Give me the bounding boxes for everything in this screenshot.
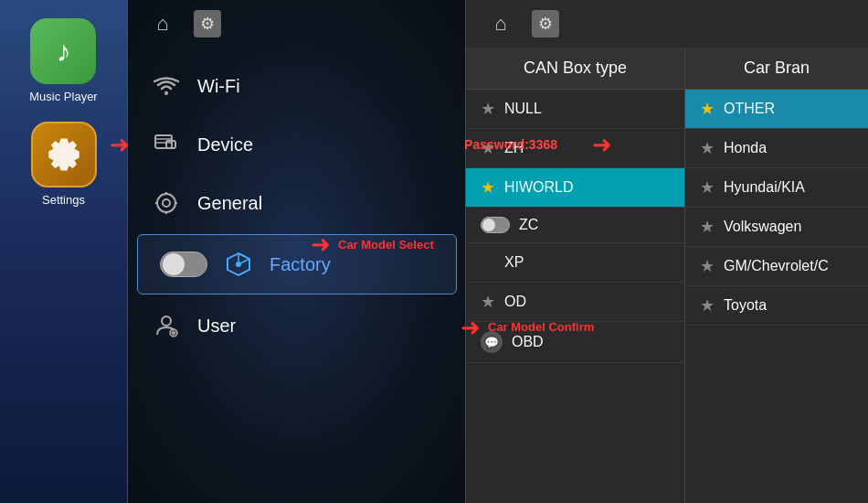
music-player-label: Music Player	[29, 90, 97, 103]
star-toyota: ★	[700, 295, 715, 316]
music-player-icon-box: ♪	[30, 18, 96, 84]
star-other: ★	[700, 99, 715, 119]
menu-item-wifi[interactable]: Wi-Fi	[128, 57, 466, 115]
volkswagen-label: Volkswagen	[724, 219, 801, 235]
right-home-icon: ⌂	[494, 12, 506, 36]
center-divider	[465, 0, 466, 503]
star-hiworld: ★	[481, 177, 495, 198]
menu-general-label: General	[197, 193, 262, 214]
canbox-item-null[interactable]: ★ NULL	[466, 90, 684, 129]
star-hyundai: ★	[700, 177, 715, 198]
star-od: ★	[481, 292, 495, 312]
star-honda: ★	[700, 138, 715, 158]
canbox-item-zc[interactable]: ZC	[466, 208, 684, 243]
brand-toyota[interactable]: ★ Toyota	[685, 286, 868, 326]
settings-gear-icon	[44, 134, 84, 175]
svg-point-5	[157, 194, 175, 212]
hyundai-label: Hyundai/KIA	[724, 179, 805, 196]
home-button[interactable]: ⌂	[146, 7, 179, 40]
menu-wifi-label: Wi-Fi	[197, 76, 240, 97]
menu-item-user[interactable]: User	[128, 296, 466, 355]
device-arrow2: ➜	[592, 131, 612, 159]
right-settings-button[interactable]: ⚙	[532, 10, 559, 37]
brand-hyundai[interactable]: ★ Hyundai/KIA	[685, 168, 868, 208]
settings-menu: Wi-Fi ➜ Device Password:3368 ➜	[128, 48, 466, 503]
device-arrow: ➜	[110, 131, 130, 159]
carbrand-header: Car Bran	[685, 48, 868, 90]
star-gm: ★	[700, 256, 715, 276]
obd-label: OBD	[512, 334, 544, 350]
hiworld-label: HIWORLD	[504, 179, 574, 196]
star-xp: ★	[481, 252, 495, 273]
canbox-header: CAN Box type	[466, 48, 684, 90]
right-panel: ⌂ ⚙ CAN Box type ★ NULL ★ ZH ★	[466, 0, 868, 503]
settings-app[interactable]: Settings	[31, 122, 97, 207]
toyota-label: Toyota	[724, 297, 767, 314]
settings-label: Settings	[42, 193, 85, 207]
device-icon	[150, 128, 183, 161]
zc-toggle[interactable]	[481, 217, 510, 233]
menu-device-label: Device	[197, 134, 253, 155]
menu-user-label: User	[197, 316, 236, 337]
canbox-column: CAN Box type ★ NULL ★ ZH ★ HIWORLD	[466, 48, 685, 503]
user-icon	[150, 309, 183, 342]
od-label: OD	[504, 294, 526, 310]
menu-item-general[interactable]: General	[128, 174, 466, 232]
brand-other[interactable]: ★ OTHER	[685, 90, 868, 129]
star-null: ★	[481, 99, 495, 119]
center-panel: ⌂ ⚙ Wi-Fi	[128, 0, 466, 503]
brand-gm[interactable]: ★ GM/Chevrolet/C	[685, 247, 868, 286]
factory-toggle[interactable]	[160, 252, 207, 277]
zc-label: ZC	[519, 217, 538, 233]
xp-label: XP	[504, 254, 524, 271]
factory-icon	[222, 248, 255, 281]
canbox-item-od[interactable]: ★ OD	[466, 283, 684, 322]
right-gear-icon: ⚙	[538, 14, 553, 34]
brand-honda[interactable]: ★ Honda	[685, 129, 868, 168]
svg-point-0	[164, 91, 168, 95]
right-home-button[interactable]: ⌂	[484, 7, 517, 40]
brand-volkswagen[interactable]: ★ Volkswagen	[685, 208, 868, 247]
gear-icon: ⚙	[200, 14, 215, 34]
carbrand-column: Car Bran ★ OTHER ★ Honda ★ Hyundai/KIA ★…	[685, 48, 868, 503]
menu-factory-label: Factory	[270, 254, 331, 275]
password-hint: Password:3368	[464, 137, 557, 152]
canbox-item-xp[interactable]: ★ XP	[466, 243, 684, 283]
speech-bubble-icon: 💬	[481, 331, 503, 353]
star-volkswagen: ★	[700, 217, 715, 237]
gm-label: GM/Chevrolet/C	[724, 258, 829, 274]
canbox-item-obd[interactable]: 💬 OBD	[466, 322, 684, 363]
settings-icon-box	[31, 122, 97, 187]
zc-toggle-knob	[482, 219, 495, 231]
canbox-item-hiworld[interactable]: ★ HIWORLD	[466, 168, 684, 208]
music-player-app[interactable]: ♪ Music Player	[29, 18, 97, 103]
svg-point-12	[162, 316, 171, 326]
settings-button[interactable]: ⚙	[194, 10, 221, 37]
toggle-knob	[163, 253, 185, 275]
menu-item-factory[interactable]: Factory	[137, 234, 457, 294]
center-topbar: ⌂ ⚙	[128, 0, 466, 48]
music-note-icon: ♪	[56, 35, 70, 69]
svg-point-6	[163, 199, 170, 207]
svg-point-11	[236, 262, 241, 267]
wifi-icon	[150, 70, 183, 102]
home-icon: ⌂	[156, 12, 168, 36]
right-columns: CAN Box type ★ NULL ★ ZH ★ HIWORLD	[466, 48, 868, 503]
null-label: NULL	[504, 101, 542, 117]
sidebar: ♪ Music Player Settings	[0, 0, 128, 503]
other-label: OTHER	[724, 101, 775, 117]
general-icon	[150, 187, 183, 219]
honda-label: Honda	[724, 140, 767, 156]
menu-item-device[interactable]: ➜ Device Password:3368 ➜	[128, 115, 466, 174]
right-topbar: ⌂ ⚙	[466, 0, 868, 48]
